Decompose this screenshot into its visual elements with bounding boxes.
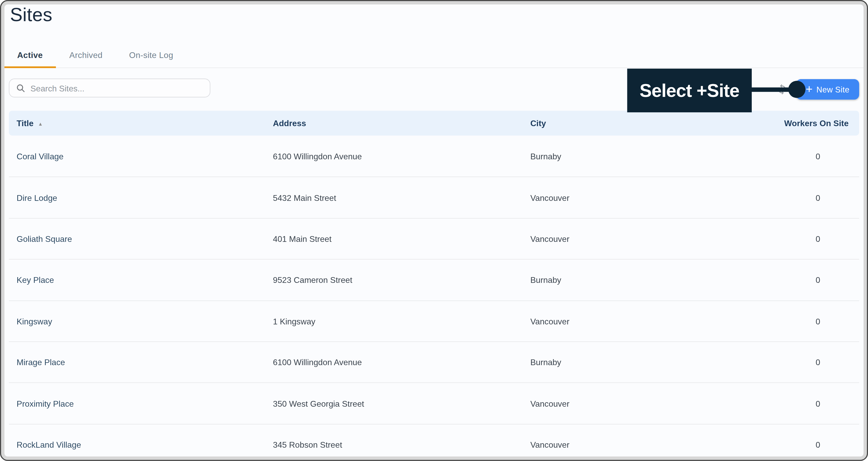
table-row[interactable]: RockLand Village 345 Robson Street Vanco… [9, 424, 859, 461]
cell-title: Key Place [9, 275, 265, 285]
annotation-label: Select +Site [640, 80, 739, 101]
cell-city: Vancouver [523, 399, 770, 408]
cell-city: Vancouver [523, 440, 770, 449]
column-header-city[interactable]: City [523, 118, 770, 128]
column-header-address[interactable]: Address [265, 118, 523, 128]
sites-table: Title▲ Address City Workers On Site Cora… [9, 111, 859, 461]
table-row[interactable]: Goliath Square 401 Main Street Vancouver… [9, 218, 859, 259]
table-row[interactable]: Dire Lodge 5432 Main Street Vancouver 0 [9, 177, 859, 218]
cell-workers: 0 [770, 152, 859, 161]
cell-city: Vancouver [523, 234, 770, 243]
tab-onsite-log[interactable]: On-site Log [116, 42, 187, 67]
table-row[interactable]: Kingsway 1 Kingsway Vancouver 0 [9, 300, 859, 341]
tab-bar: Active Archived On-site Log [4, 42, 864, 68]
screenshot-viewport: Sites Active Archived On-site Log + New … [0, 0, 868, 461]
sites-page: Sites Active Archived On-site Log + New … [0, 0, 868, 461]
cell-address: 6100 Willingdon Avenue [265, 152, 523, 161]
annotation-callout: Select +Site [627, 69, 752, 112]
cell-address: 401 Main Street [265, 234, 523, 243]
column-header-workers-on-site[interactable]: Workers On Site [770, 118, 859, 128]
cell-workers: 0 [770, 399, 859, 408]
cell-city: Burnaby [523, 275, 770, 285]
cell-title: Kingsway [9, 316, 265, 326]
new-site-button[interactable]: + New Site [796, 79, 859, 100]
tab-active[interactable]: Active [4, 42, 56, 67]
cell-address: 1 Kingsway [265, 316, 523, 326]
search-box[interactable] [9, 78, 210, 97]
cell-city: Vancouver [523, 316, 770, 326]
cell-city: Vancouver [523, 193, 770, 202]
cell-title: Mirage Place [9, 358, 265, 367]
cell-workers: 0 [770, 316, 859, 326]
new-site-button-label: New Site [816, 85, 849, 94]
cell-address: 6100 Willingdon Avenue [265, 358, 523, 367]
cell-workers: 0 [770, 193, 859, 202]
cell-title: Proximity Place [9, 399, 265, 408]
cell-address: 350 West Georgia Street [265, 399, 523, 408]
annotation-arrow-dot [788, 81, 806, 98]
cell-workers: 0 [770, 275, 859, 285]
tab-archived[interactable]: Archived [56, 42, 116, 67]
search-input[interactable] [31, 83, 210, 93]
cell-title: Goliath Square [9, 234, 265, 243]
table-header-row: Title▲ Address City Workers On Site [9, 111, 859, 136]
cell-workers: 0 [770, 440, 859, 449]
table-row[interactable]: Mirage Place 6100 Willingdon Avenue Burn… [9, 341, 859, 383]
plus-icon: + [806, 83, 813, 95]
cell-workers: 0 [770, 234, 859, 243]
table-row[interactable]: Proximity Place 350 West Georgia Street … [9, 383, 859, 424]
cell-workers: 0 [770, 358, 859, 367]
cell-address: 5432 Main Street [265, 193, 523, 202]
cell-title: Coral Village [9, 152, 265, 161]
search-icon [16, 83, 25, 93]
cell-title: RockLand Village [9, 440, 265, 449]
table-row[interactable]: Key Place 9523 Cameron Street Burnaby 0 [9, 259, 859, 300]
cell-title: Dire Lodge [9, 193, 265, 202]
page-title: Sites [10, 4, 52, 26]
cell-address: 9523 Cameron Street [265, 275, 523, 285]
cell-address: 345 Robson Street [265, 440, 523, 449]
column-header-title[interactable]: Title▲ [9, 118, 265, 128]
cell-city: Burnaby [523, 152, 770, 161]
sort-asc-icon: ▲ [38, 121, 43, 127]
table-row[interactable]: Coral Village 6100 Willingdon Avenue Bur… [9, 136, 859, 177]
cell-city: Burnaby [523, 358, 770, 367]
